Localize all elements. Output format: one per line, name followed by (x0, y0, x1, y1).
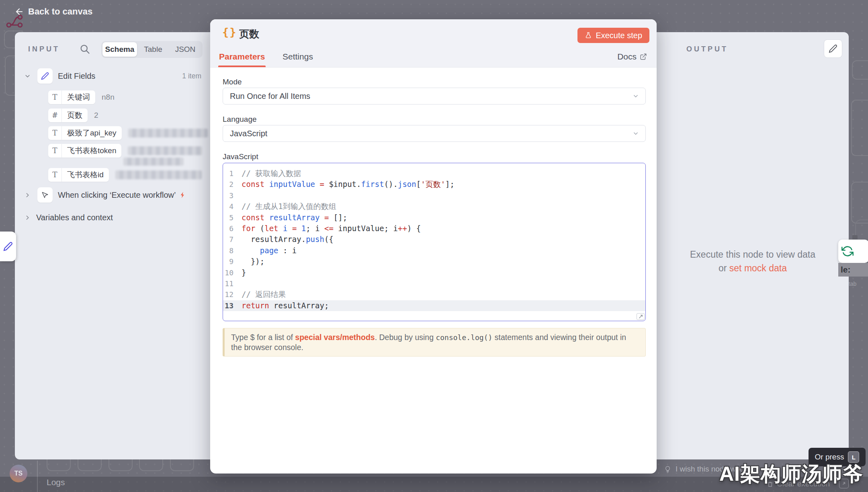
mode-label: Mode (223, 78, 242, 86)
schema-field-row[interactable]: T 飞书表格id (48, 168, 202, 182)
editor-resize-grip[interactable] (637, 313, 645, 320)
number-type-icon: # (48, 109, 62, 122)
code-line[interactable]: 11 (223, 278, 645, 289)
code-token: <= (324, 224, 334, 233)
code-line-content: } (242, 267, 246, 278)
code-token: = (319, 180, 324, 189)
editor-label: JavaScript (223, 152, 258, 161)
code-token: json (398, 180, 416, 189)
input-node-quick-tab[interactable] (0, 232, 16, 261)
code-token: resultArray; (269, 301, 329, 310)
code-line[interactable]: 12// 返回结果 (223, 289, 645, 300)
code-line[interactable]: 8 page : i (223, 245, 645, 256)
redacted-value (128, 146, 202, 155)
field-value: 2 (94, 111, 98, 120)
docs-label: Docs (617, 52, 637, 62)
edit-output-button[interactable] (824, 39, 842, 58)
docs-link[interactable]: Docs (617, 52, 647, 62)
pencil-icon (3, 242, 13, 251)
code-line[interactable]: 7 resultArray.push({ (223, 234, 645, 245)
tab-parameters[interactable]: Parameters (219, 52, 265, 62)
code-token: : i (278, 246, 297, 255)
back-to-canvas-button[interactable]: Back to canvas (14, 6, 92, 17)
item-count: 1 item (182, 72, 201, 80)
tree-node-variables[interactable]: Variables and context (15, 211, 210, 224)
tab-table[interactable]: Table (137, 42, 169, 57)
string-type-icon: T (48, 90, 62, 104)
language-select-value: JavaScript (223, 129, 632, 138)
code-token: '页数' (421, 180, 445, 189)
arrow-left-icon (14, 7, 24, 16)
mode-select[interactable]: Run Once for All Items (223, 88, 646, 105)
tab-json[interactable]: JSON (169, 42, 201, 57)
set-mock-data-link[interactable]: set mock data (729, 263, 787, 273)
code-token: const (242, 180, 269, 189)
language-select[interactable]: JavaScript (223, 125, 646, 142)
tree-node-edit-fields[interactable]: Edit Fields 1 item (15, 68, 210, 84)
line-number: 12 (223, 289, 242, 300)
line-number: 11 (223, 278, 242, 289)
line-number: 5 (223, 212, 242, 223)
code-line[interactable]: 1// 获取输入数据 (223, 168, 645, 179)
code-line[interactable]: 2const inputValue = $input.first().json[… (223, 179, 645, 190)
code-token: ({ (324, 235, 334, 244)
modal-header: {} 页数 Execute step Parameters Settings D… (210, 19, 657, 68)
canvas-node-label-fragment: le: (838, 263, 868, 277)
code-token: // 返回结果 (242, 290, 286, 299)
field-pill[interactable]: T 飞书表格id (48, 168, 109, 182)
field-pill[interactable]: # 页数 (48, 109, 88, 122)
code-line-content: page : i (242, 245, 297, 256)
execute-step-label: Execute step (596, 31, 642, 40)
line-number: 9 (223, 256, 242, 267)
hint-text: . Debug by using (375, 333, 436, 342)
code-line[interactable]: 4// 生成从1到输入值的数组 (223, 201, 645, 212)
chevron-down-icon[interactable] (24, 73, 31, 80)
code-token: push (306, 235, 324, 244)
code-line[interactable]: 5const resultArray = []; (223, 212, 645, 223)
field-pill[interactable]: T 飞书表格token (48, 144, 121, 158)
logs-panel-divider (37, 461, 38, 492)
edit-fields-label: Edit Fields (58, 72, 95, 81)
search-icon[interactable] (79, 43, 90, 55)
loop-refresh-icon (841, 245, 854, 257)
execute-step-button[interactable]: Execute step (577, 28, 649, 43)
code-token: = (292, 224, 297, 233)
schema-field-row[interactable]: T 飞书表格token (48, 144, 202, 158)
special-vars-link[interactable]: special vars/methods (295, 333, 375, 342)
cursor-pointer-icon (41, 191, 49, 199)
schema-field-row[interactable]: T 关键词 n8n (48, 90, 115, 104)
line-number: 6 (223, 223, 242, 234)
code-token: ( (255, 224, 264, 233)
tree-node-manual-trigger[interactable]: When clicking ‘Execute workflow’ (15, 187, 210, 203)
code-line[interactable]: 3 (223, 190, 645, 201)
external-link-icon (640, 53, 647, 60)
code-line[interactable]: 10} (223, 267, 645, 278)
tab-schema[interactable]: Schema (102, 42, 137, 57)
field-pill[interactable]: T 关键词 (48, 90, 95, 104)
code-line[interactable]: 13return resultArray; (223, 300, 645, 311)
code-token: = (324, 213, 329, 222)
field-pill[interactable]: T 极致了api_key (48, 126, 122, 140)
line-number: 7 (223, 234, 242, 245)
canvas-node-loop (838, 240, 868, 263)
chevron-right-icon[interactable] (24, 214, 31, 221)
logs-tab[interactable]: Logs (47, 478, 65, 487)
avatar[interactable]: TS (10, 465, 27, 482)
code-line[interactable]: 9 }); (223, 256, 645, 267)
code-node-icon: {} (222, 26, 237, 38)
tab-settings[interactable]: Settings (283, 52, 313, 62)
code-token (315, 180, 319, 189)
schema-field-row[interactable]: T 极致了api_key (48, 126, 208, 140)
code-line[interactable]: 6for (let i = 1; i <= inputValue; i++) { (223, 223, 645, 234)
output-empty-or: or (719, 263, 729, 273)
code-token: return (242, 301, 269, 310)
redacted-value (128, 129, 208, 137)
line-number: 2 (223, 179, 242, 190)
watermark: AI架构师汤师爷 (719, 461, 863, 488)
chevron-right-icon[interactable] (24, 192, 31, 199)
code-line-content: const inputValue = $input.first().json['… (242, 179, 454, 190)
code-editor[interactable]: 1// 获取输入数据2const inputValue = $input.fir… (223, 163, 646, 321)
code-token: ]; (445, 180, 454, 189)
schema-field-row[interactable]: # 页数 2 (48, 109, 98, 122)
code-line-content: return resultArray; (242, 300, 329, 311)
